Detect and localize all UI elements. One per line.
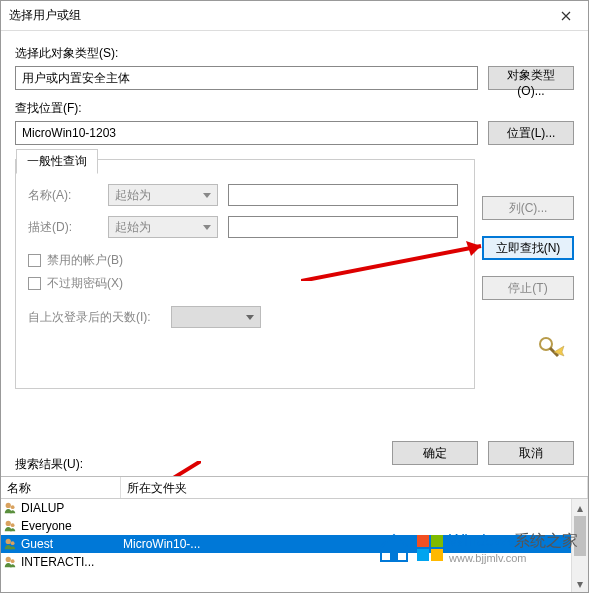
close-button[interactable] [543, 1, 588, 31]
scroll-thumb[interactable] [574, 516, 586, 556]
svg-point-8 [6, 521, 11, 526]
dialog-buttons: 确定 取消 [392, 441, 574, 465]
result-name: INTERACTI... [19, 555, 121, 569]
desc-mode-combo[interactable]: 起始为 [108, 216, 218, 238]
object-type-label: 选择此对象类型(S): [15, 45, 574, 62]
right-button-column: 列(C)... 立即查找(N) 停止(T) [482, 196, 574, 300]
name-label: 名称(A): [28, 187, 98, 204]
result-row[interactable]: Everyone [1, 517, 588, 535]
locations-button[interactable]: 位置(L)... [488, 121, 574, 145]
window-title: 选择用户或组 [1, 7, 81, 24]
object-type-field[interactable]: 用户或内置安全主体 [15, 66, 478, 90]
results-body: DIALUPEveryoneGuestMicroWin10-...INTERAC… [1, 499, 588, 571]
results-header: 名称 所在文件夹 [1, 477, 588, 499]
find-now-button[interactable]: 立即查找(N) [482, 236, 574, 260]
no-expire-checkbox[interactable] [28, 277, 41, 290]
cancel-button[interactable]: 取消 [488, 441, 574, 465]
scroll-down-icon[interactable]: ▾ [572, 575, 588, 592]
object-types-button[interactable]: 对象类型(O)... [488, 66, 574, 90]
results-table: 名称 所在文件夹 DIALUPEveryoneGuestMicroWin10-.… [1, 476, 588, 592]
find-decoration-icon [536, 336, 566, 358]
result-row[interactable]: DIALUP [1, 499, 588, 517]
svg-point-11 [11, 541, 15, 545]
titlebar: 选择用户或组 [1, 1, 588, 31]
name-input[interactable] [228, 184, 458, 206]
desc-input[interactable] [228, 216, 458, 238]
dialog-window: 选择用户或组 选择此对象类型(S): 用户或内置安全主体 对象类型(O)... … [0, 0, 589, 593]
result-name: Everyone [19, 519, 121, 533]
user-group-icon [1, 537, 19, 551]
close-icon [561, 11, 571, 21]
disabled-accounts-checkbox[interactable] [28, 254, 41, 267]
user-group-icon [1, 555, 19, 569]
result-folder: MicroWin10-... [121, 537, 588, 551]
results-label: 搜索结果(U): [15, 456, 83, 473]
name-mode-combo[interactable]: 起始为 [108, 184, 218, 206]
disabled-accounts-label: 禁用的帐户(B) [47, 252, 123, 269]
user-group-icon [1, 501, 19, 515]
general-query-tab[interactable]: 一般性查询 [16, 149, 98, 174]
days-since-login-combo[interactable] [171, 306, 261, 328]
svg-point-9 [11, 523, 15, 527]
col-header-name[interactable]: 名称 [1, 477, 121, 498]
result-row[interactable]: INTERACTI... [1, 553, 588, 571]
days-since-login-label: 自上次登录后的天数(I): [28, 309, 151, 326]
result-row[interactable]: GuestMicroWin10-... [1, 535, 588, 553]
no-expire-label: 不过期密码(X) [47, 275, 123, 292]
svg-point-10 [6, 539, 11, 544]
location-label: 查找位置(F): [15, 100, 574, 117]
user-group-icon [1, 519, 19, 533]
columns-button[interactable]: 列(C)... [482, 196, 574, 220]
svg-point-13 [11, 559, 15, 563]
scroll-up-icon[interactable]: ▴ [572, 499, 588, 516]
ok-button[interactable]: 确定 [392, 441, 478, 465]
general-query-group: 一般性查询 名称(A): 起始为 描述(D): 起始为 禁用的帐户(B) 不过期… [15, 159, 475, 389]
svg-point-12 [6, 557, 11, 562]
svg-point-6 [6, 503, 11, 508]
svg-point-7 [11, 505, 15, 509]
result-name: DIALUP [19, 501, 121, 515]
stop-button[interactable]: 停止(T) [482, 276, 574, 300]
col-header-folder[interactable]: 所在文件夹 [121, 477, 588, 498]
vertical-scrollbar[interactable]: ▴ ▾ [571, 499, 588, 592]
location-field[interactable]: MicroWin10-1203 [15, 121, 478, 145]
result-name: Guest [19, 537, 121, 551]
desc-label: 描述(D): [28, 219, 98, 236]
